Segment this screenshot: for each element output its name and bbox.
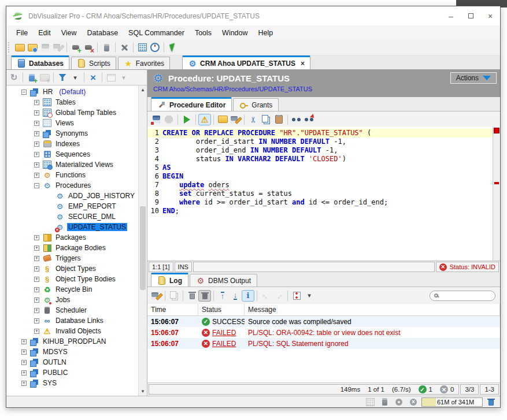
log-search[interactable]	[430, 291, 495, 301]
error-marker-icon[interactable]	[494, 182, 499, 184]
tree-item-secure-dml[interactable]: SECURE_DML	[6, 211, 138, 222]
minimize-button[interactable]: –	[441, 6, 461, 25]
gear-circle-icon[interactable]	[393, 396, 405, 408]
menu-view[interactable]: View	[56, 27, 82, 39]
connect-icon[interactable]	[69, 42, 82, 53]
expand-toggle-icon[interactable]: +	[34, 287, 39, 292]
expand-toggle-icon[interactable]: +	[34, 329, 39, 334]
code-line-3[interactable]: 3 order_id_end IN NUMBER DEFAULT -1,	[147, 146, 493, 155]
expand-toggle-icon[interactable]: +	[21, 381, 27, 386]
cut-icon[interactable]	[247, 114, 260, 125]
caret-icon[interactable]	[303, 290, 316, 302]
scroll-down-button[interactable]: ▼	[139, 387, 147, 396]
info-icon[interactable]	[242, 290, 254, 302]
column-header-status[interactable]: Status	[198, 304, 245, 315]
tree-item-public[interactable]: +PUBLIC	[6, 367, 138, 378]
maximize-button[interactable]	[461, 6, 480, 25]
server-icon[interactable]	[100, 42, 113, 53]
expand-toggle-icon[interactable]: +	[34, 235, 39, 240]
tree-item-mdsys[interactable]: +MDSYS	[6, 347, 138, 357]
expand-toggle-icon[interactable]: +	[34, 142, 39, 147]
sql-editor[interactable]: 1CREATE OR REPLACE PROCEDURE "HR"."UPDAT…	[147, 127, 500, 261]
open-folder-icon[interactable]	[13, 42, 26, 53]
tree-item-sys[interactable]: +SYS	[6, 378, 138, 388]
tree-item-indexes[interactable]: +Indexes	[6, 139, 138, 149]
expand-toggle-icon[interactable]: +	[34, 277, 39, 282]
menu-sql-commander[interactable]: SQL Commander	[123, 27, 190, 39]
clock-icon[interactable]	[149, 42, 161, 53]
toolbar-grip[interactable]	[8, 42, 11, 53]
code-line-2[interactable]: 2 order_id_start IN NUMBER DEFAULT -1,	[147, 137, 493, 146]
tree-item-emp-report[interactable]: EMP_REPORT	[6, 201, 138, 211]
tree-item-package-bodies[interactable]: +Package Bodies	[6, 243, 138, 253]
tree-item-jobs[interactable]: +Jobs	[6, 295, 138, 305]
tree-item-invalid-objects[interactable]: +Invalid Objects	[6, 326, 138, 336]
expand-toggle-icon[interactable]: +	[21, 370, 27, 376]
menu-tools[interactable]: Tools	[190, 27, 217, 39]
code-line-7[interactable]: 7 update oders	[147, 181, 493, 189]
to-top-icon[interactable]	[216, 290, 229, 302]
log-search-input[interactable]	[441, 292, 491, 299]
collapse-toggle-icon[interactable]: −	[21, 90, 27, 95]
expand-toggle-icon[interactable]: +	[34, 298, 39, 303]
tab-crm-ahoa-update-status[interactable]: CRM Ahoa UPDATE_STATUS ×	[182, 55, 310, 69]
tree-item-hr[interactable]: −HR(Default)	[6, 87, 138, 97]
code-line-4[interactable]: 4 status IN VARCHAR2 DEFAULT 'CLOSED')	[147, 155, 493, 163]
x-circle-icon[interactable]	[407, 396, 420, 408]
tree-item-kihub-prodplan[interactable]: +KIHUB_PRODPLAN	[6, 336, 138, 347]
tree-item-add-job-history[interactable]: ADD_JOB_HISTORY	[6, 191, 138, 201]
folder-icon[interactable]	[216, 114, 229, 125]
expand-toggle-icon[interactable]: +	[34, 121, 39, 126]
menu-file[interactable]: File	[11, 27, 33, 39]
code-line-6[interactable]: 6BEGIN	[147, 172, 493, 181]
tree-item-synonyms[interactable]: +Synonyms	[6, 128, 138, 139]
menu-edit[interactable]: Edit	[33, 27, 56, 39]
paste-icon[interactable]	[272, 114, 285, 125]
menu-window[interactable]: Window	[217, 27, 253, 39]
pointer-icon[interactable]	[166, 42, 179, 53]
find-icon[interactable]	[290, 114, 303, 125]
tab-scripts[interactable]: Scripts	[71, 57, 116, 69]
find-replace-icon[interactable]	[303, 114, 316, 125]
code-line-5[interactable]: 5AS	[147, 163, 493, 172]
tree-item-functions[interactable]: +Functions	[6, 170, 138, 180]
tree-item-object-types[interactable]: +Object Types	[6, 263, 138, 274]
tree-item-views[interactable]: +Views	[6, 118, 138, 128]
menu-database[interactable]: Database	[82, 27, 124, 39]
scrollbar-thumb[interactable]	[140, 206, 146, 290]
expand-toggle-icon[interactable]: +	[34, 318, 39, 324]
expand-toggle-icon[interactable]: +	[34, 246, 39, 251]
server-icon[interactable]	[378, 396, 391, 408]
expand-toggle-icon[interactable]: +	[34, 152, 39, 157]
tab-favorites[interactable]: Favorites	[118, 57, 170, 69]
refresh-icon[interactable]	[8, 72, 20, 83]
split-icon[interactable]	[290, 290, 303, 302]
warning-icon[interactable]	[198, 114, 211, 125]
tree-scrollbar[interactable]: ▲ ▼	[138, 86, 147, 396]
expand-toggle-icon[interactable]: +	[21, 360, 27, 365]
menu-help[interactable]: Help	[253, 27, 279, 39]
tab-log[interactable]: Log	[151, 273, 188, 287]
scroll-up-button[interactable]: ▲	[139, 86, 147, 94]
expand-toggle-icon[interactable]: +	[34, 308, 39, 313]
tree-item-outln[interactable]: +OUTLN	[6, 357, 138, 367]
grid-table-icon[interactable]	[136, 42, 149, 53]
trash-all-icon[interactable]	[198, 290, 211, 302]
tree-item-tables[interactable]: +Tables	[6, 97, 138, 107]
memory-indicator[interactable]: 61M of 341M	[421, 397, 483, 407]
copy-icon[interactable]	[260, 114, 272, 125]
sql-code[interactable]: 1CREATE OR REPLACE PROCEDURE "HR"."UPDAT…	[147, 127, 493, 261]
error-stripe[interactable]	[493, 127, 500, 261]
expand-toggle-icon[interactable]: +	[34, 110, 39, 116]
to-bottom-icon[interactable]	[229, 290, 242, 302]
db-add-icon[interactable]	[25, 72, 38, 83]
close-tab-icon[interactable]: ×	[301, 60, 305, 68]
expand-toggle-icon[interactable]: +	[34, 131, 39, 136]
save-edit-icon[interactable]	[150, 290, 162, 302]
expand-toggle-icon[interactable]: +	[21, 350, 27, 355]
code-line-10[interactable]: 10END;	[147, 207, 493, 215]
tab-dbms-output[interactable]: DBMS Output	[190, 274, 257, 287]
tree-item-recycle-bin[interactable]: +Recycle Bin	[6, 284, 138, 295]
column-header-message[interactable]: Message	[245, 304, 500, 315]
tab-grants[interactable]: Grants	[233, 98, 279, 111]
